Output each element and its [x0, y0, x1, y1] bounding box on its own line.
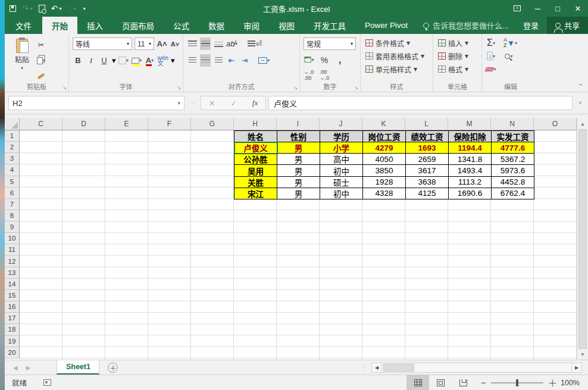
table-cell[interactable]: 公孙胜: [234, 154, 277, 165]
vertical-scrollbar-thumb[interactable]: [578, 129, 587, 349]
tab-开发工具[interactable]: 开发工具: [304, 17, 355, 34]
tab-开始[interactable]: 开始: [42, 17, 77, 34]
number-format-combo[interactable]: 常规▾: [304, 38, 356, 50]
previous-sheet-icon[interactable]: ◀: [13, 364, 18, 371]
close-button[interactable]: ✕: [568, 0, 588, 17]
column-header-G[interactable]: G: [191, 118, 234, 130]
row-header-14[interactable]: 14: [5, 279, 20, 290]
column-header-N[interactable]: N: [491, 118, 534, 130]
borders-icon[interactable]: ▾: [118, 54, 129, 67]
orientation-icon[interactable]: ab̸▾: [226, 38, 237, 50]
minimize-button[interactable]: ─: [527, 0, 548, 17]
zoom-in-icon[interactable]: ＋: [548, 376, 557, 389]
table-header-cell[interactable]: 实发工资: [492, 131, 534, 142]
table-header-cell[interactable]: 姓名: [234, 131, 277, 142]
zoom-slider-thumb[interactable]: [516, 379, 518, 386]
table-cell[interactable]: 4777.6: [492, 142, 534, 154]
sign-in-button[interactable]: 登录: [515, 17, 547, 34]
find-select-icon[interactable]: ▾: [503, 50, 514, 63]
scroll-down-icon[interactable]: ▼: [577, 349, 588, 360]
increase-decimal-icon[interactable]: ←.0.00: [304, 68, 314, 81]
cells-area[interactable]: 姓名性别学历岗位工资绩效工资保险扣除实发工资卢俊义男小学427916931194…: [20, 130, 577, 360]
tab-审阅[interactable]: 审阅: [234, 17, 269, 34]
table-cell[interactable]: 4279: [363, 142, 406, 154]
tab-页面布局[interactable]: 页面布局: [112, 17, 164, 34]
active-cell-H2[interactable]: 卢俊义: [234, 142, 277, 154]
share-button[interactable]: 共享: [547, 17, 588, 34]
name-box[interactable]: H2 ▾: [8, 96, 184, 110]
format-painter-icon[interactable]: [36, 70, 46, 82]
table-cell[interactable]: 1693: [406, 142, 449, 154]
row-header-19[interactable]: 19: [5, 336, 20, 347]
table-cell[interactable]: 高中: [320, 154, 363, 165]
align-right-icon[interactable]: [213, 54, 224, 67]
tab-Power Pivot[interactable]: Power Pivot: [355, 17, 417, 34]
table-header-cell[interactable]: 性别: [277, 131, 320, 142]
top-align-icon[interactable]: [187, 38, 198, 50]
scroll-right-icon[interactable]: ▶: [571, 363, 582, 373]
table-header-cell[interactable]: 绩效工资: [406, 131, 449, 142]
vertical-scrollbar[interactable]: ▲ ▼: [577, 118, 588, 360]
delete-cells-button[interactable]: 删除▾: [437, 49, 479, 63]
new-sheet-button[interactable]: ＋: [108, 363, 118, 373]
align-left-icon[interactable]: [187, 54, 198, 67]
ribbon-display-options-button[interactable]: ˄: [507, 0, 527, 17]
middle-align-icon[interactable]: [200, 38, 211, 50]
row-header-16[interactable]: 16: [5, 301, 20, 313]
column-header-M[interactable]: M: [448, 118, 491, 130]
row-header-13[interactable]: 13: [5, 267, 20, 279]
table-cell[interactable]: 初中: [320, 165, 363, 176]
align-center-icon[interactable]: [200, 54, 211, 67]
row-header-10[interactable]: 10: [5, 233, 20, 244]
normal-view-button[interactable]: [406, 375, 429, 390]
comma-style-icon[interactable]: ,: [334, 54, 345, 66]
table-cell[interactable]: 4328: [363, 188, 406, 199]
row-header-4[interactable]: 4: [5, 164, 20, 176]
wrap-text-icon[interactable]: ⏎: [248, 38, 262, 50]
row-header-1[interactable]: 1: [5, 130, 20, 142]
tab-视图[interactable]: 视图: [269, 17, 304, 34]
font-name-combo[interactable]: 等线▾: [73, 38, 132, 50]
tab-公式[interactable]: 公式: [164, 17, 199, 34]
table-cell[interactable]: 1493.4: [449, 165, 492, 176]
cut-icon[interactable]: ✂: [36, 39, 46, 51]
row-header-2[interactable]: 2: [5, 142, 20, 153]
next-sheet-icon[interactable]: ▶: [26, 364, 31, 371]
table-cell[interactable]: 初中: [320, 188, 363, 199]
page-break-view-button[interactable]: [452, 375, 474, 390]
table-cell[interactable]: 1194.4: [449, 142, 492, 154]
table-cell[interactable]: 男: [277, 188, 320, 199]
select-all-button[interactable]: [5, 118, 20, 130]
table-cell[interactable]: 1341.8: [449, 154, 492, 165]
column-header-K[interactable]: K: [362, 118, 405, 130]
row-header-12[interactable]: 12: [5, 256, 20, 267]
phonetic-guide-icon[interactable]: wén文: [158, 54, 168, 67]
expand-formula-bar-icon[interactable]: ˅: [575, 100, 586, 106]
cancel-entry-icon[interactable]: ✕: [209, 99, 215, 108]
tab-数据[interactable]: 数据: [199, 17, 234, 34]
column-header-I[interactable]: I: [277, 118, 320, 130]
row-header-11[interactable]: 11: [5, 244, 20, 255]
font-dialog-launcher[interactable]: ↘: [177, 85, 181, 91]
column-header-C[interactable]: C: [20, 118, 62, 130]
column-header-D[interactable]: D: [62, 118, 105, 130]
table-cell[interactable]: 男: [277, 142, 320, 154]
table-cell[interactable]: 3617: [406, 165, 449, 176]
tab-split-handle[interactable]: ⋮: [362, 364, 368, 371]
table-cell[interactable]: 4050: [363, 154, 406, 165]
table-cell[interactable]: 3638: [406, 177, 449, 188]
fill-icon[interactable]: ↓▾: [486, 50, 496, 63]
table-cell[interactable]: 5367.2: [492, 154, 534, 165]
row-header-7[interactable]: 7: [5, 199, 20, 210]
table-cell[interactable]: 宋江: [234, 188, 277, 199]
format-as-table-button[interactable]: 套用表格格式▾: [364, 49, 430, 63]
row-header-6[interactable]: 6: [5, 188, 20, 199]
row-header-3[interactable]: 3: [5, 153, 20, 164]
table-cell[interactable]: 硕士: [320, 177, 363, 188]
bottom-align-icon[interactable]: [213, 38, 224, 50]
tab-file[interactable]: 文件: [5, 17, 42, 34]
tell-me-box[interactable]: 告诉我您想要做什么...: [417, 17, 515, 34]
table-cell[interactable]: 6762.4: [492, 188, 534, 199]
macro-record-icon[interactable]: [43, 379, 51, 386]
table-cell[interactable]: 关胜: [234, 177, 277, 188]
